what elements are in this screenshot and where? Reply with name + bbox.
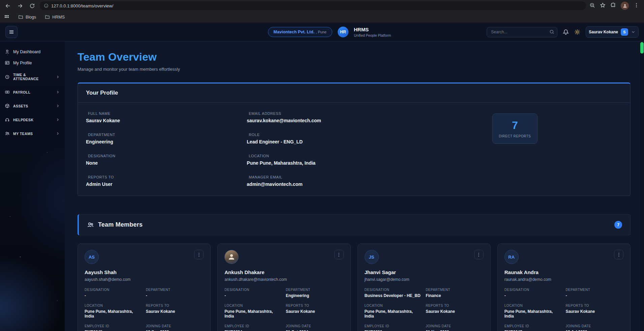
member-field-label: DESIGNATION — [365, 288, 423, 292]
scrollbar[interactable] — [640, 41, 644, 331]
member-field-label: LOCATION — [85, 304, 143, 307]
profile-field-designation: DESIGNATION None — [86, 154, 247, 166]
zoom-icon[interactable] — [589, 2, 595, 9]
apps-grid-icon[interactable] — [4, 14, 9, 20]
theme-toggle-sun-icon[interactable] — [574, 29, 580, 35]
direct-reports-label: DIRECT REPORTS — [496, 134, 534, 138]
bookmark-folder-hrms[interactable]: HRMS — [41, 13, 68, 21]
company-badge[interactable]: Maviontech Pvt. Ltd. , Pune — [268, 27, 332, 37]
company-location: , Pune — [316, 30, 327, 34]
member-menu-button[interactable] — [194, 250, 204, 259]
member-location: Pune Pune, Maharashtra, India — [365, 309, 423, 319]
field-label: DESIGNATION — [86, 154, 247, 158]
team-section-title: Team Members — [98, 221, 143, 228]
sidebar-item-assets[interactable]: ASSETS — [0, 99, 65, 113]
clock-icon — [5, 74, 10, 79]
forward-button[interactable] — [16, 1, 24, 10]
profile-card-title: Your Profile — [78, 84, 630, 103]
site-info-icon[interactable] — [44, 3, 49, 8]
member-email: jhanvi.sagar@demo.com — [365, 277, 484, 282]
field-value: Admin User — [86, 181, 247, 187]
member-field-label: LOCATION — [365, 304, 423, 307]
sidebar-item-label: TIME & ATTENDANCE — [13, 73, 52, 81]
scrollbar-thumb[interactable] — [640, 42, 644, 54]
sidebar-item-my-profile[interactable]: My Profile — [0, 57, 65, 68]
search-input[interactable] — [487, 27, 557, 37]
member-field-label: JOINING DATE — [146, 324, 204, 328]
sidebar-item-label: MY TEAMS — [13, 132, 33, 136]
direct-reports-count: 7 — [496, 119, 534, 132]
id-card-icon — [5, 60, 10, 65]
profile-field-role: ROLE Lead Engineer - ENG_LD — [247, 133, 407, 144]
headset-icon — [5, 117, 10, 122]
arrow-right-icon — [17, 3, 23, 9]
member-employee-id: EMP0054 — [224, 330, 282, 331]
team-icon — [87, 221, 94, 228]
member-menu-button[interactable] — [474, 250, 484, 259]
team-members-grid: AS Aayush Shah aayush.shah@demo.com DESI… — [78, 243, 631, 331]
member-joining-date: 01 Nov 2020 — [426, 330, 484, 331]
field-label: FULL NAME — [86, 111, 247, 115]
profile-field-department: DEPARTMENT Engineering — [86, 133, 247, 144]
user-name: Saurav Kokane — [589, 30, 618, 34]
box-icon — [5, 103, 10, 108]
member-designation: - — [85, 293, 143, 298]
member-card: AS Aayush Shah aayush.shah@demo.com DESI… — [78, 243, 211, 331]
back-button[interactable] — [3, 1, 12, 10]
member-field-label: LOCATION — [224, 304, 282, 307]
address-bar[interactable]: 127.0.0.1:8000/teams/overview/ — [40, 1, 586, 10]
extensions-icon[interactable] — [610, 2, 616, 9]
browser-profile-avatar[interactable] — [621, 2, 629, 10]
users-icon — [5, 131, 10, 136]
member-avatar-photo — [224, 250, 239, 264]
kebab-icon — [616, 252, 621, 257]
member-field-label: EMPLOYEE ID — [504, 324, 562, 328]
field-value: Lead Engineer - ENG_LD — [247, 139, 407, 144]
sidebar-item-payroll[interactable]: PAYROLL — [0, 85, 65, 99]
search-icon[interactable] — [549, 29, 554, 36]
member-card: Ankush Dhakare ankush.dhakare@maviontech… — [217, 243, 350, 331]
member-department: - — [565, 293, 623, 298]
user-menu[interactable]: Saurav Kokane S — [586, 26, 639, 38]
your-profile-card: Your Profile FULL NAME Saurav Kokane EMA… — [78, 82, 631, 196]
field-value: Saurav Kokane — [86, 118, 247, 123]
folder-icon — [18, 14, 23, 20]
member-menu-button[interactable] — [614, 250, 623, 259]
notifications-bell-icon[interactable] — [563, 29, 569, 35]
direct-reports-box: 7 DIRECT REPORTS — [492, 113, 538, 144]
member-field-label: LOCATION — [504, 304, 562, 307]
member-field-label: JOINING DATE — [426, 324, 484, 328]
profile-field-location: LOCATION Pune Pune, Maharashtra, India — [247, 154, 407, 166]
app-logo: HR — [338, 27, 348, 37]
sidebar-item-my-dashboard[interactable]: My Dashboard — [0, 46, 65, 57]
sidebar-item-helpdesk[interactable]: HELPDESK — [0, 113, 65, 127]
field-label: EMAIL ADDRESS — [247, 111, 407, 115]
user-avatar: S — [621, 28, 628, 36]
main-content: Team Overview Manage and monitor your te… — [65, 41, 644, 331]
field-label: REPORTS TO — [86, 175, 247, 179]
profile-field-manager-email: MANAGER EMAIL admin@maviontech.com — [247, 175, 407, 187]
field-value: admin@maviontech.com — [247, 181, 407, 187]
member-name: Raunak Andra — [504, 269, 623, 275]
profile-field-reports-to: REPORTS TO Admin User — [86, 175, 247, 187]
sidebar-item-time-attendance[interactable]: TIME & ATTENDANCE — [0, 68, 65, 85]
bookmark-folder-blogs[interactable]: Blogs — [15, 13, 39, 21]
browser-toolbar: 127.0.0.1:8000/teams/overview/ — [0, 0, 644, 11]
sidebar-item-label: HELPDESK — [13, 118, 33, 122]
bookmark-label: Blogs — [26, 15, 36, 20]
field-value: Pune Pune, Maharashtra, India — [247, 160, 407, 166]
sidebar-item-label: ASSETS — [13, 104, 28, 108]
member-menu-button[interactable] — [334, 250, 344, 259]
page-title: Team Overview — [78, 51, 631, 63]
bookmark-star-icon[interactable] — [600, 2, 606, 9]
reload-button[interactable] — [28, 1, 36, 10]
browser-menu-icon[interactable] — [634, 2, 639, 9]
member-reports-to: Saurav Kokane — [146, 309, 204, 314]
sidebar: My Dashboard My Profile TIME & ATTENDANC… — [0, 41, 65, 331]
member-joining-date: 31 Oct 2024 — [286, 330, 344, 331]
page-subtitle: Manage and monitor your team members eff… — [78, 67, 631, 72]
sidebar-toggle-button[interactable] — [5, 26, 18, 38]
member-reports-to: Saurav Kokane — [565, 309, 623, 314]
member-field-label: DEPARTMENT — [286, 288, 344, 292]
sidebar-item-my-teams[interactable]: MY TEAMS — [0, 127, 65, 140]
